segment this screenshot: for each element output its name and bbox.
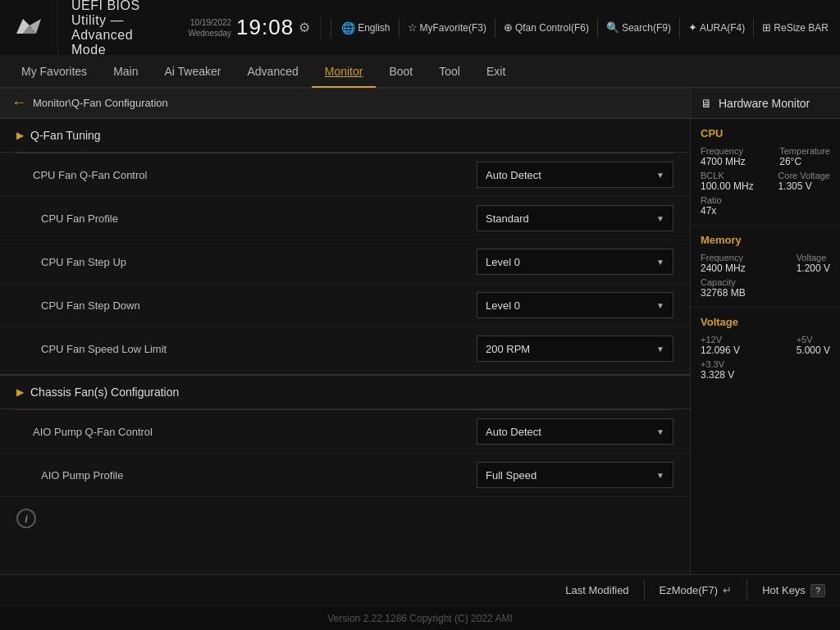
tab-main[interactable]: Main [100, 56, 151, 87]
fan-icon: ⊕ [504, 21, 513, 34]
hot-keys-badge: ? [810, 584, 825, 597]
logo-section [0, 0, 58, 55]
ez-mode-icon: ↵ [723, 584, 732, 596]
tab-boot[interactable]: Boot [376, 56, 426, 87]
dropdown-arrow-icon7: ▼ [656, 471, 664, 480]
dropdown-arrow-icon: ▼ [656, 171, 664, 180]
v12-value: 12.096 V [701, 345, 740, 356]
mem-freq-label: Frequency [701, 253, 746, 262]
aio-pump-qfan-dropdown[interactable]: Auto Detect ▼ [477, 418, 673, 445]
bios-day: Wednesday [188, 28, 231, 39]
hw-memory-title: Memory [701, 234, 830, 246]
language-item[interactable]: 🌐 English [336, 19, 395, 37]
cpu-fan-profile-label: CPU Fan Profile [41, 212, 477, 225]
mem-voltage-label: Voltage [797, 253, 830, 262]
dropdown-arrow-icon4: ▼ [656, 301, 664, 310]
bios-title: UEFI BIOS Utility — Advanced Mode [71, 0, 165, 57]
hot-keys-btn[interactable]: Hot Keys ? [747, 579, 840, 602]
cpu-fan-step-down-label: CPU Fan Step Down [41, 299, 477, 312]
cpu-fan-step-up-value: Level 0 [486, 256, 520, 268]
aio-pump-qfan-value: Auto Detect [486, 426, 541, 438]
qfan-tuning-section-header[interactable]: ▶ Q-Fan Tuning [0, 119, 690, 153]
cpu-bclk-value: 100.00 MHz [701, 180, 754, 192]
cpu-fan-qfan-control-dropdown[interactable]: Auto Detect ▼ [477, 162, 673, 188]
monitor-icon: 🖥 [701, 97, 712, 110]
search-item[interactable]: 🔍 Search(F9) [601, 19, 676, 36]
myfavorite-item[interactable]: ☆ MyFavorite(F3) [403, 19, 491, 36]
v12-label: +12V [701, 335, 740, 345]
hw-monitor-title: Hardware Monitor [719, 97, 810, 110]
topbar-divider3 [495, 18, 495, 38]
cpu-core-voltage-label: Core Voltage [778, 171, 830, 180]
aio-pump-profile-dropdown[interactable]: Full Speed ▼ [477, 462, 673, 488]
ez-mode-label: EzMode(F7) [660, 584, 719, 596]
topbar-tools: 🌐 English ☆ MyFavorite(F3) ⊕ Qfan Contro… [321, 0, 840, 55]
hw-monitor-panel: 🖥 Hardware Monitor CPU Frequency 4700 MH… [691, 89, 840, 574]
search-label: Search(F9) [622, 22, 671, 34]
cpu-fan-step-up-row: CPU Fan Step Up Level 0 ▼ [0, 240, 690, 284]
v33-value: 3.328 V [701, 369, 830, 381]
hw-cpu-title: CPU [701, 127, 830, 139]
dropdown-arrow-icon6: ▼ [656, 427, 664, 436]
qfan-item[interactable]: ⊕ Qfan Control(F6) [499, 19, 594, 36]
ez-mode-btn[interactable]: EzMode(F7) ↵ [645, 579, 748, 601]
cpu-fan-step-down-value: Level 0 [486, 299, 520, 312]
mem-capacity-label: Capacity [701, 277, 830, 287]
topbar-divider6 [753, 18, 754, 38]
cpu-bclk-label: BCLK [701, 171, 754, 180]
cpu-fan-qfan-label: CPU Fan Q-Fan Control [33, 169, 477, 181]
topbar-divider4 [597, 18, 598, 38]
aio-pump-profile-label: AIO Pump Profile [41, 469, 477, 482]
resize-label: ReSize BAR [774, 22, 829, 34]
cpu-core-voltage-value: 1.305 V [778, 180, 830, 192]
cpu-freq-value: 4700 MHz [701, 156, 746, 167]
aura-label: AURA(F4) [700, 22, 745, 34]
mem-capacity-value: 32768 MB [701, 287, 830, 299]
last-modified-btn[interactable]: Last Modified [550, 579, 644, 601]
section-expand-icon: ▶ [16, 130, 24, 141]
cpu-fan-step-down-dropdown[interactable]: Level 0 ▼ [477, 292, 673, 318]
version-text: Version 2.22.1286 Copyright (C) 2022 AMI [327, 613, 512, 624]
cpu-fan-step-up-dropdown[interactable]: Level 0 ▼ [477, 249, 673, 275]
hw-cpu-section: CPU Frequency 4700 MHz Temperature 26°C … [691, 119, 840, 226]
topbar-divider [331, 18, 331, 38]
search-icon: 🔍 [606, 21, 619, 34]
chassis-expand-icon: ▶ [16, 386, 24, 398]
hw-memory-section: Memory Frequency 2400 MHz Voltage 1.200 … [691, 226, 840, 308]
settings-icon[interactable]: ⚙ [299, 20, 310, 35]
hw-voltage-section: Voltage +12V 12.096 V +5V 5.000 V +3.3V … [691, 308, 840, 389]
cpu-fan-speed-low-limit-dropdown[interactable]: 200 RPM ▼ [477, 336, 673, 362]
cpu-temp-label: Temperature [779, 146, 830, 156]
v33-label: +3.3V [701, 359, 830, 369]
cpu-ratio-value: 47x [701, 205, 722, 217]
dropdown-arrow-icon3: ▼ [656, 258, 664, 267]
qfan-label: Qfan Control(F6) [515, 22, 589, 34]
language-label: English [358, 22, 390, 34]
cpu-temp-value: 26°C [779, 156, 830, 167]
dropdown-arrow-icon5: ▼ [656, 345, 664, 354]
clock-area: 10/19/2022 Wednesday 19:08 ⚙ [178, 15, 321, 40]
cpu-ratio-label: Ratio [701, 195, 722, 205]
tab-advanced[interactable]: Advanced [234, 56, 311, 87]
nav-tabs: My Favorites Main Ai Tweaker Advanced Mo… [0, 56, 840, 89]
tab-exit[interactable]: Exit [473, 56, 518, 87]
content-area: ← Monitor\Q-Fan Configuration ▶ Q-Fan Tu… [0, 89, 691, 574]
tab-favorites[interactable]: My Favorites [8, 56, 100, 87]
hw-monitor-header: 🖥 Hardware Monitor [691, 89, 840, 119]
cpu-fan-profile-dropdown[interactable]: Standard ▼ [477, 205, 673, 231]
back-arrow-icon[interactable]: ← [11, 94, 26, 112]
resize-item[interactable]: ⊞ ReSize BAR [757, 19, 833, 36]
section-title-qfan: Q-Fan Tuning [30, 129, 101, 142]
info-icon[interactable]: i [16, 509, 36, 528]
last-modified-label: Last Modified [565, 584, 628, 596]
aio-pump-profile-value: Full Speed [486, 469, 536, 482]
aura-item[interactable]: ✦ AURA(F4) [683, 19, 750, 36]
tab-monitor[interactable]: Monitor [312, 57, 377, 88]
aio-pump-qfan-row: AIO Pump Q-Fan Control Auto Detect ▼ [0, 410, 690, 454]
tab-tool[interactable]: Tool [426, 56, 473, 87]
hw-voltage-title: Voltage [701, 316, 830, 328]
cpu-fan-speed-low-limit-label: CPU Fan Speed Low Limit [41, 343, 477, 355]
tab-ai-tweaker[interactable]: Ai Tweaker [151, 56, 234, 87]
breadcrumb-text: Monitor\Q-Fan Configuration [33, 97, 168, 109]
chassis-fan-section-header[interactable]: ▶ Chassis Fan(s) Configuration [0, 374, 690, 409]
